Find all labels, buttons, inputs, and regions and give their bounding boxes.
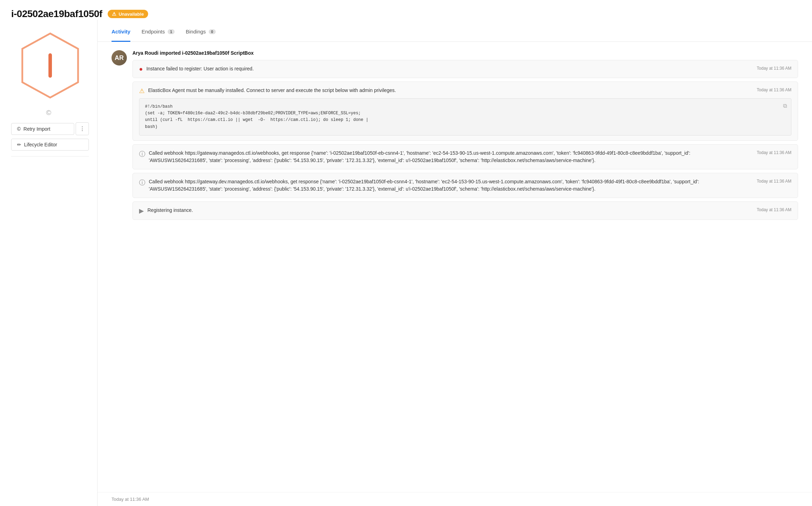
hexagon-icon: [19, 31, 82, 100]
retry-import-row: © Retry Import ⋮: [11, 122, 89, 135]
instance-title-row: i-02502ae19baf1050f ⚠ Unavailable: [11, 8, 801, 20]
error-icon: ●: [139, 66, 143, 73]
activity-title: Arya Roudi imported i-02502ae19baf1050f …: [132, 50, 798, 56]
user-name: Arya Roudi: [132, 50, 159, 56]
webhook2-card: ⓘ Called webhook https://gateway.dev.man…: [132, 173, 798, 198]
status-badge: ⚠ Unavailable: [108, 10, 148, 18]
tab-endpoints-badge: 1: [168, 29, 175, 34]
registering-card: ▶ Registering instance. Today at 11:36 A…: [132, 201, 798, 220]
left-actions: © Retry Import ⋮ ✏ Lifecycle Editor: [11, 122, 89, 151]
header-bar: i-02502ae19baf1050f ⚠ Unavailable: [0, 0, 812, 20]
main-layout: © © Retry Import ⋮ ✏ Lifecycle Editor: [0, 20, 812, 506]
webhook1-text: Called webhook https://gateway.managedos…: [149, 150, 690, 163]
tab-bindings-label: Bindings: [186, 29, 206, 34]
svg-rect-1: [48, 53, 52, 78]
instance-icon-container: [19, 31, 82, 100]
registering-content: Registering instance.: [147, 207, 748, 214]
info-icon-2: ⓘ: [139, 178, 145, 187]
lifecycle-editor-button[interactable]: ✏ Lifecycle Editor: [11, 139, 89, 151]
avatar: AR: [112, 50, 127, 66]
instance-id: i-02502ae19baf1050f: [11, 8, 102, 20]
registering-time: Today at 11:36 AM: [751, 207, 791, 212]
warning-alert-row: ⚠ ElasticBox Agent must be manually inst…: [139, 87, 791, 95]
retry-import-menu-button[interactable]: ⋮: [76, 122, 89, 135]
tab-activity[interactable]: Activity: [112, 22, 130, 42]
pencil-icon: ✏: [17, 142, 21, 147]
code-content: #!/bin/bash(set -a; TOKEN=f480c16e-daa2-…: [145, 104, 368, 129]
webhook1-time: Today at 11:36 AM: [751, 150, 791, 155]
right-panel: Activity Endpoints 1 Bindings 0 AR: [98, 20, 812, 506]
code-block: #!/bin/bash(set -a; TOKEN=f480c16e-daa2-…: [139, 98, 791, 136]
warning-triangle-icon: ⚠: [112, 11, 116, 17]
webhook1-content: Called webhook https://gateway.managedos…: [149, 150, 748, 164]
activity-content: AR Arya Roudi imported i-02502ae19baf105…: [98, 42, 812, 492]
warning-time: Today at 11:36 AM: [751, 87, 791, 92]
retry-import-button[interactable]: © Retry Import: [11, 123, 74, 135]
copyright-icon: ©: [46, 109, 51, 117]
status-label: Unavailable: [118, 12, 144, 17]
webhook2-time: Today at 11:36 AM: [751, 179, 791, 184]
tab-endpoints-label: Endpoints: [141, 29, 165, 34]
tab-bindings-badge: 0: [209, 29, 216, 34]
left-panel: © © Retry Import ⋮ ✏ Lifecycle Editor: [0, 20, 98, 506]
ellipsis-icon: ⋮: [79, 125, 85, 132]
import-text: imported i-02502ae19baf1050f ScriptBox: [160, 50, 254, 56]
tab-bindings[interactable]: Bindings 0: [186, 22, 216, 42]
info-icon-1: ⓘ: [139, 150, 145, 158]
bottom-timestamp-text: Today at 11:36 AM: [112, 497, 149, 502]
error-content: Instance failed to register: User action…: [146, 65, 748, 72]
webhook2-text: Called webhook https://gateway.dev.manag…: [149, 179, 699, 192]
warning-card: ⚠ ElasticBox Agent must be manually inst…: [132, 82, 798, 141]
left-panel-divider: [11, 156, 89, 156]
tab-activity-label: Activity: [112, 29, 130, 34]
retry-icon: ©: [17, 126, 21, 132]
page-wrapper: i-02502ae19baf1050f ⚠ Unavailable ©: [0, 0, 812, 506]
tab-endpoints[interactable]: Endpoints 1: [141, 22, 175, 42]
lifecycle-editor-row: ✏ Lifecycle Editor: [11, 139, 89, 151]
activity-entry-main: AR Arya Roudi imported i-02502ae19baf105…: [112, 50, 798, 223]
play-icon: ▶: [139, 207, 144, 215]
copy-icon[interactable]: ⧉: [783, 102, 787, 111]
webhook1-card: ⓘ Called webhook https://gateway.managed…: [132, 144, 798, 169]
registering-text: Registering instance.: [147, 207, 193, 213]
warning-icon: ⚠: [139, 87, 145, 95]
error-time: Today at 11:36 AM: [751, 66, 791, 71]
lifecycle-editor-label: Lifecycle Editor: [24, 142, 57, 147]
retry-import-label: Retry Import: [23, 126, 50, 132]
tabs-bar: Activity Endpoints 1 Bindings 0: [98, 22, 812, 42]
error-card: ● Instance failed to register: User acti…: [132, 60, 798, 78]
activity-body: Arya Roudi imported i-02502ae19baf1050f …: [132, 50, 798, 223]
bottom-timestamp: Today at 11:36 AM: [98, 492, 812, 506]
error-message: Instance failed to register: User action…: [146, 66, 254, 71]
webhook2-content: Called webhook https://gateway.dev.manag…: [149, 178, 748, 193]
warning-message: ElasticBox Agent must be manually instal…: [148, 87, 748, 94]
copyright-area: ©: [46, 109, 54, 117]
